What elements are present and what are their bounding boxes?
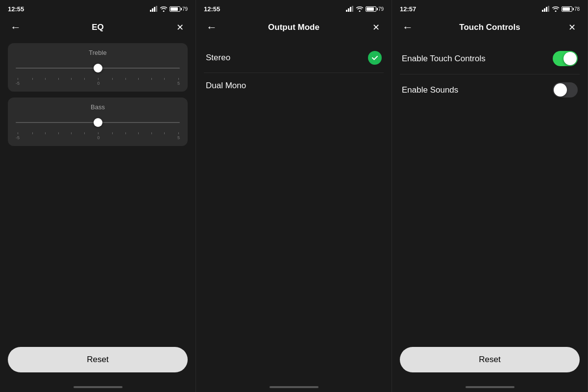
tick-item: 5 (177, 132, 180, 140)
stereo-row[interactable]: Stereo (204, 43, 384, 73)
enable-sounds-toggle[interactable] (553, 82, 578, 98)
treble-track (16, 68, 180, 69)
svg-rect-0 (150, 10, 151, 12)
reset-area-1: Reset (0, 341, 196, 382)
nav-bar-1: ← EQ ✕ (0, 16, 196, 39)
enable-touch-controls-toggle[interactable] (553, 51, 578, 66)
home-indicator-1 (0, 382, 196, 392)
bass-thumb[interactable] (94, 118, 102, 127)
back-button-3[interactable]: ← (400, 20, 416, 35)
wifi-icon-3 (552, 6, 560, 12)
svg-rect-5 (348, 8, 349, 12)
home-bar-1 (74, 386, 122, 388)
svg-rect-2 (154, 7, 155, 12)
signal-icon-2 (346, 6, 354, 12)
tick-item (71, 132, 72, 140)
eq-content: Treble -5 0 (0, 39, 196, 341)
time-3: 12:57 (400, 5, 416, 13)
stereo-checkmark (368, 51, 382, 65)
stereo-label: Stereo (206, 53, 230, 63)
battery-icon-3 (562, 6, 572, 12)
svg-rect-3 (156, 6, 157, 12)
page-title-2: Output Mode (220, 23, 368, 32)
svg-rect-10 (546, 7, 547, 12)
battery-pct-1: 79 (182, 6, 188, 12)
tick-item (32, 78, 33, 86)
home-indicator-2 (196, 382, 392, 392)
status-bar-2: 12:55 79 (196, 0, 392, 16)
close-button-1[interactable]: ✕ (172, 20, 188, 35)
svg-rect-4 (346, 10, 347, 12)
tick-item (84, 78, 85, 86)
wifi-icon-2 (356, 6, 364, 12)
tick-item (32, 132, 33, 140)
signal-icon-1 (150, 6, 158, 12)
enable-sounds-row: Enable Sounds (400, 74, 580, 105)
battery-icon-1 (170, 6, 180, 12)
bass-slider[interactable] (16, 115, 180, 130)
battery-icon-2 (366, 6, 376, 12)
tick-item (45, 78, 46, 86)
svg-rect-7 (352, 6, 353, 12)
battery-pct-2: 79 (378, 6, 384, 12)
reset-button-3[interactable]: Reset (400, 347, 580, 372)
treble-slider[interactable] (16, 60, 180, 76)
tick-item: 0 (97, 132, 99, 140)
wifi-icon-1 (160, 6, 168, 12)
tick-item (138, 78, 139, 86)
home-indicator-3 (392, 382, 588, 392)
treble-label: Treble (16, 49, 180, 56)
signal-icon-3 (542, 6, 550, 12)
tick-item (138, 132, 139, 140)
bass-label: Bass (16, 103, 180, 111)
treble-ticks: -5 0 5 (16, 78, 180, 86)
svg-rect-9 (544, 8, 545, 12)
tick-item (125, 78, 126, 86)
tick-item: -5 (16, 132, 20, 140)
treble-thumb[interactable] (94, 64, 102, 73)
status-icons-2: 79 (346, 6, 384, 12)
tick-item (58, 132, 59, 140)
tick-item (164, 132, 165, 140)
toggle-knob (564, 52, 577, 65)
tick-item (71, 78, 72, 86)
status-bar-1: 12:55 79 (0, 0, 196, 16)
page-title-1: EQ (24, 23, 172, 32)
dual-mono-label: Dual Mono (206, 81, 246, 91)
touch-controls-panel: 12:57 78 ← Touch Controls ✕ (392, 0, 588, 392)
dual-mono-row[interactable]: Dual Mono (204, 73, 384, 98)
bass-track (16, 122, 180, 123)
status-icons-1: 79 (150, 6, 188, 12)
tick-item (125, 132, 126, 140)
close-button-3[interactable]: ✕ (564, 20, 580, 35)
tick-item: -5 (16, 78, 20, 86)
home-bar-3 (466, 386, 514, 388)
check-icon (371, 54, 379, 62)
reset-button-1[interactable]: Reset (8, 347, 188, 372)
nav-bar-3: ← Touch Controls ✕ (392, 16, 588, 39)
tick-item (45, 132, 46, 140)
close-button-2[interactable]: ✕ (368, 20, 384, 35)
time-1: 12:55 (8, 5, 24, 13)
back-button-1[interactable]: ← (8, 20, 24, 35)
battery-pct-3: 78 (574, 6, 580, 12)
home-bar-2 (270, 386, 318, 388)
treble-block: Treble -5 0 (8, 43, 188, 92)
output-mode-content: Stereo Dual Mono (196, 39, 392, 382)
page-title-3: Touch Controls (416, 23, 564, 32)
tick-item: 0 (97, 78, 99, 86)
tick-item (112, 132, 113, 140)
tick-item (151, 78, 152, 86)
svg-rect-8 (542, 10, 543, 12)
time-2: 12:55 (204, 5, 220, 13)
reset-area-3: Reset (392, 341, 588, 382)
status-bar-3: 12:57 78 (392, 0, 588, 16)
tick-item (112, 78, 113, 86)
bass-block: Bass -5 0 (8, 98, 188, 146)
tick-item: 5 (177, 78, 180, 86)
tick-item (58, 78, 59, 86)
toggle-knob-2 (554, 83, 567, 97)
eq-panel: 12:55 79 ← EQ ✕ Treble (0, 0, 196, 392)
back-button-2[interactable]: ← (204, 20, 220, 35)
enable-touch-controls-row: Enable Touch Controls (400, 43, 580, 74)
